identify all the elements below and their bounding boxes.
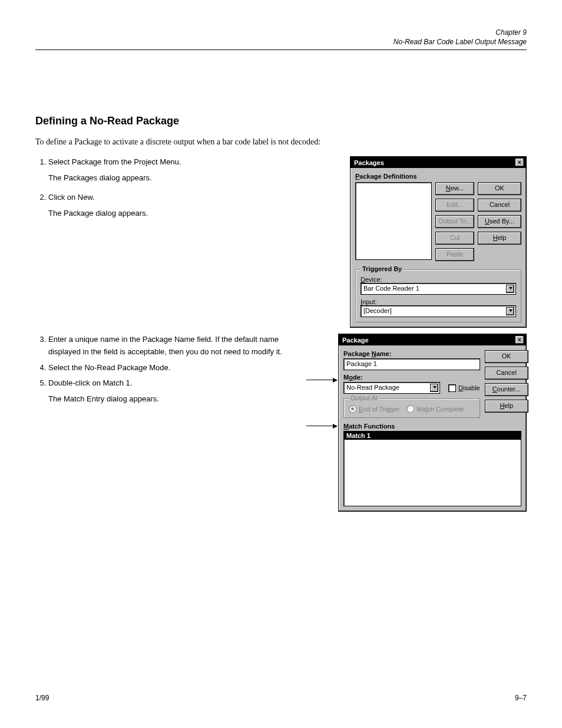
mode-dropdown[interactable]: No-Read Package bbox=[343, 382, 440, 394]
chevron-down-icon bbox=[509, 309, 513, 312]
footer-date: 1/99 bbox=[35, 694, 49, 702]
arrow-icon bbox=[306, 426, 337, 426]
step-note: The Packages dialog appears. bbox=[48, 172, 366, 184]
step: Enter a unique name in the Package Name … bbox=[48, 334, 296, 358]
package-name-input[interactable]: Package 1 bbox=[343, 358, 480, 370]
package-titlebar: Package × bbox=[339, 334, 526, 345]
page-footer: 1/99 9–7 bbox=[35, 694, 527, 702]
new-button[interactable]: New... bbox=[435, 182, 474, 195]
chevron-down-icon bbox=[509, 287, 513, 289]
packages-dialog: Packages × PPackage Definitionsackage De… bbox=[350, 156, 527, 328]
footer-page: 9–7 bbox=[515, 694, 527, 702]
chapter-number: Chapter 9 bbox=[394, 28, 527, 38]
triggered-by-group: Triggered By Device: Bar Code Reader 1 I… bbox=[355, 269, 521, 322]
chapter-header: Chapter 9 No-Read Bar Code Label Output … bbox=[394, 28, 527, 47]
paste-button: Paste bbox=[435, 248, 474, 261]
triggered-by-label: Triggered By bbox=[361, 265, 404, 272]
packages-titlebar: Packages × bbox=[351, 157, 526, 168]
match-list-item[interactable]: Match 1 bbox=[344, 431, 521, 440]
help-button[interactable]: Help bbox=[478, 232, 521, 245]
close-icon[interactable]: × bbox=[515, 158, 524, 167]
package-dialog: Package × Package Name: Package 1 Mode: … bbox=[338, 334, 527, 512]
cancel-button[interactable]: Cancel bbox=[478, 199, 521, 212]
radio-icon bbox=[406, 405, 414, 413]
step: Select the No-Read Package Mode. bbox=[48, 362, 296, 374]
package-name-value: Package 1 bbox=[346, 360, 377, 367]
device-dropdown[interactable]: Bar Code Reader 1 bbox=[361, 283, 516, 295]
step: Select Package from the Project Menu. bbox=[48, 156, 225, 169]
help-button[interactable]: Help bbox=[485, 400, 528, 413]
ok-button[interactable]: OK bbox=[485, 350, 528, 363]
package-title: Package bbox=[342, 337, 369, 344]
step-note: The Package dialog appears. bbox=[48, 207, 366, 219]
input-dropdown[interactable]: [Decoder] bbox=[361, 305, 516, 317]
chapter-title: No-Read Bar Code Label Output Message bbox=[394, 38, 527, 47]
header-rule bbox=[35, 50, 527, 50]
disable-checkbox[interactable]: Disable bbox=[448, 384, 480, 392]
input-label: Input: bbox=[361, 298, 516, 305]
section-title: Defining a No-Read Package bbox=[35, 115, 527, 127]
step-note: The Match Entry dialog appears. bbox=[48, 393, 366, 405]
input-value: [Decoder] bbox=[363, 307, 392, 314]
output-to-button: Output To... bbox=[435, 215, 474, 228]
package-definitions-label: PPackage Definitionsackage Definitions bbox=[355, 173, 521, 180]
edit-button: Edit... bbox=[435, 199, 474, 212]
match-functions-label: Match Functions bbox=[343, 423, 521, 430]
device-label: Device: bbox=[361, 276, 516, 283]
packages-title: Packages bbox=[354, 159, 384, 166]
mode-label: Mode: bbox=[343, 374, 480, 381]
mode-value: No-Read Package bbox=[346, 384, 399, 391]
used-by-button[interactable]: Used By... bbox=[478, 215, 521, 228]
steps-list-2: Click on New. bbox=[35, 192, 225, 204]
package-definitions-listbox[interactable] bbox=[355, 182, 432, 260]
output-at-label: Output At bbox=[349, 394, 379, 401]
radio-icon bbox=[349, 405, 356, 413]
package-name-label: Package Name: bbox=[343, 350, 480, 357]
cancel-button[interactable]: Cancel bbox=[485, 367, 528, 380]
output-at-group: Output At End of Trigger Match Complete bbox=[343, 398, 480, 418]
step: Double-click on Match 1. bbox=[48, 377, 296, 390]
match-complete-radio: Match Complete bbox=[406, 405, 464, 413]
chevron-down-icon bbox=[433, 386, 437, 388]
steps-list-3: Enter a unique name in the Package Name … bbox=[35, 334, 296, 390]
ok-button[interactable]: OK bbox=[478, 182, 521, 195]
steps-list-1: Select Package from the Project Menu. bbox=[35, 156, 225, 169]
arrow-icon bbox=[306, 380, 337, 380]
close-icon[interactable]: × bbox=[515, 335, 524, 344]
device-value: Bar Code Reader 1 bbox=[363, 285, 419, 292]
checkbox-box-icon bbox=[448, 384, 456, 392]
match-functions-listbox[interactable]: Match 1 bbox=[343, 431, 521, 506]
intro-paragraph: To define a Package to activate a discre… bbox=[35, 136, 353, 148]
step: Click on New. bbox=[48, 192, 225, 204]
end-of-trigger-radio: End of Trigger bbox=[349, 405, 399, 413]
counter-button[interactable]: Counter... bbox=[485, 383, 528, 396]
cut-button: Cut bbox=[435, 232, 474, 245]
